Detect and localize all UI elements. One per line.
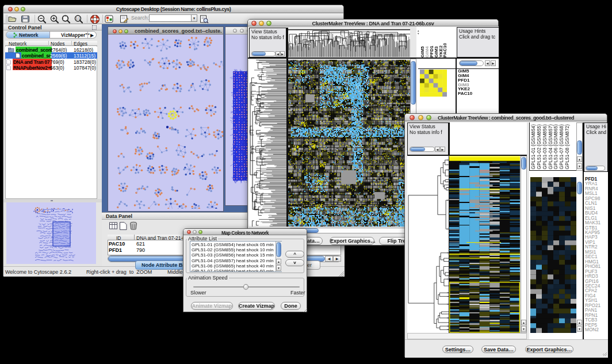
- svg-text:1:1: 1:1: [76, 17, 80, 20]
